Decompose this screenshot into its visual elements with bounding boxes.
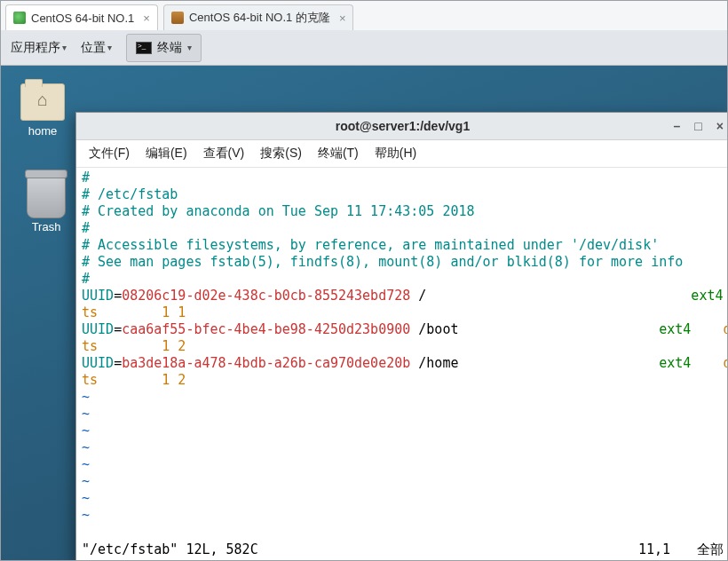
close-button[interactable]: × [716,119,724,133]
menu-search[interactable]: 搜索(S) [260,146,302,162]
uuid-key: UUID [82,288,114,304]
vim-empty-line: ~ [82,423,90,439]
uuid-value: ba3de18a-a478-4bdb-a26b-ca970de0e20b [122,355,410,371]
window-title: root@server1:/dev/vg1 [336,119,470,133]
uuid-value: caa6af55-bfec-4be4-be98-4250d23b0900 [122,321,410,337]
comment-line: # See man pages fstab(5), findfs(8), mou… [82,254,683,270]
chevron-down-icon: ▾ [107,43,112,52]
vm-running-icon [13,12,26,24]
menu-edit[interactable]: 编辑(E) [146,146,187,162]
comment-line: # Created by anaconda on Tue Sep 11 17:4… [82,203,475,219]
menu-label: 应用程序 [11,40,60,56]
places-menu[interactable]: 位置 ▾ [75,38,117,58]
comment-line: # Accessible filesystems, by reference, … [82,237,659,253]
folder-icon [20,83,65,121]
comment-line: # [82,170,90,186]
trash-icon [27,174,66,218]
menu-help[interactable]: 帮助(H) [375,146,416,162]
vm-tab-strip: CentOS 64-bit NO.1 × CentOS 64-bit NO.1 … [0,0,728,31]
window-controls: – □ × [674,113,724,139]
uuid-key: UUID [82,355,114,371]
terminal-body[interactable]: # # /etc/fstab # Created by anaconda on … [76,166,728,561]
comment-line: # /etc/fstab [82,186,178,202]
terminal-titlebar[interactable]: root@server1:/dev/vg1 – □ × [76,113,728,140]
vm-tab-label: CentOS 64-bit NO.1 的克隆 [189,10,330,26]
options: defaul [723,355,728,371]
terminal-menubar: 文件(F) 编辑(E) 查看(V) 搜索(S) 终端(T) 帮助(H) [76,140,728,168]
fstype: ext4 [659,355,691,371]
equals: = [114,288,122,304]
options-wrap: ts 1 2 [82,372,186,388]
terminal-window: root@server1:/dev/vg1 – □ × 文件(F) 编辑(E) … [75,112,728,561]
chevron-down-icon: ▾ [62,43,67,52]
vim-empty-line: ~ [82,456,90,472]
uuid-value: 08206c19-d02e-438c-b0cb-855243ebd728 [122,288,410,304]
fstype: ext4 [691,288,723,304]
menu-view[interactable]: 查看(V) [203,146,245,162]
mountpoint: /boot [410,321,547,337]
vim-empty-line: ~ [82,406,90,422]
icon-label: home [14,124,71,138]
status-pos: 11,1 [638,541,670,558]
options: defaul [723,321,728,337]
vim-status-line: "/etc/fstab" 12L, 582C 11,1 全部 [82,541,724,558]
vim-empty-line: ~ [82,439,90,455]
mountpoint: /home [410,355,547,371]
equals: = [114,321,122,337]
minimize-button[interactable]: – [674,119,681,133]
desktop-home-folder[interactable]: home [14,83,71,138]
vm-box-icon [171,12,184,24]
equals: = [114,355,122,371]
vm-tab-active[interactable]: CentOS 64-bit NO.1 × [5,4,158,30]
icon-label: Trash [18,220,75,233]
status-file: "/etc/fstab" 12L, 582C [82,541,258,558]
task-label: 终端 [157,40,182,56]
menu-terminal[interactable]: 终端(T) [318,146,359,162]
options-wrap: ts 1 2 [82,338,186,354]
vim-empty-line: ~ [82,490,90,506]
mountpoint: / [410,288,547,304]
desktop-trash[interactable]: Trash [18,174,75,233]
vm-tab-label: CentOS 64-bit NO.1 [31,12,134,25]
options-wrap: ts 1 1 [82,304,186,320]
vim-empty-line: ~ [82,389,90,405]
applications-menu[interactable]: 应用程序 ▾ [5,38,72,58]
maximize-button[interactable]: □ [694,119,701,133]
uuid-key: UUID [82,321,114,337]
chevron-down-icon: ▾ [187,43,192,52]
comment-line: # [82,220,90,236]
vim-empty-line: ~ [82,507,90,523]
taskbar-terminal-button[interactable]: 终端 ▾ [126,34,202,62]
menu-label: 位置 [81,40,106,56]
gnome-top-panel: 应用程序 ▾ 位置 ▾ 终端 ▾ [0,30,728,66]
menu-file[interactable]: 文件(F) [89,146,130,162]
vim-empty-line: ~ [82,473,90,489]
fstype: ext4 [659,321,691,337]
status-scroll: 全部 [697,541,724,558]
vm-tab-inactive[interactable]: CentOS 64-bit NO.1 的克隆 × [163,4,354,30]
close-icon[interactable]: × [339,12,346,25]
terminal-icon [136,42,152,54]
close-icon[interactable]: × [143,12,150,25]
comment-line: # [82,271,90,287]
